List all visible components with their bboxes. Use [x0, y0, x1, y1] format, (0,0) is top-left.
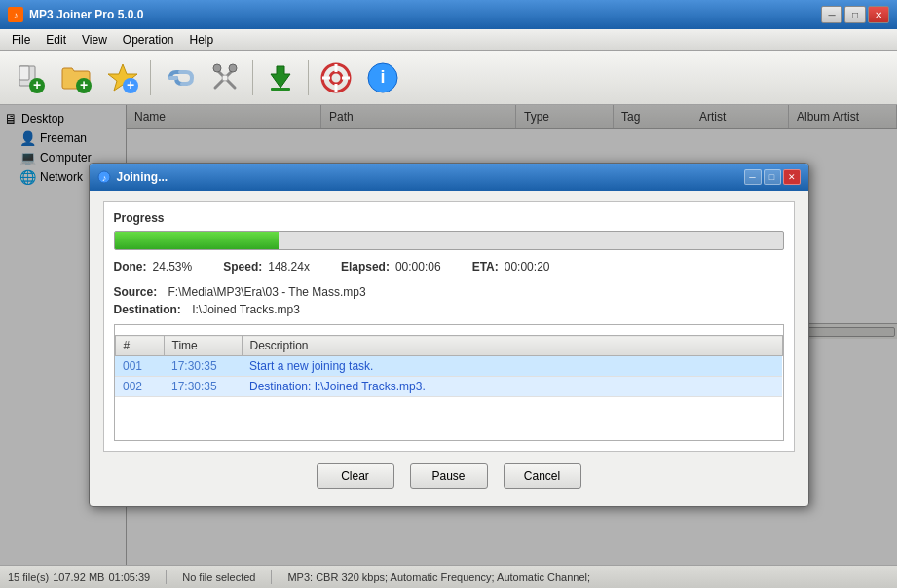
progress-bar-container — [114, 231, 784, 250]
log-time-2: 17:30:35 — [164, 377, 242, 397]
progress-label: Progress — [114, 211, 784, 225]
add-folder-button[interactable]: + — [55, 56, 97, 99]
app-icon: ♪ — [8, 7, 23, 22]
toolbar-separator-3 — [308, 60, 309, 95]
progress-bar-fill — [115, 232, 279, 249]
stat-done: Done: 24.53% — [114, 260, 193, 274]
main-area: 🖥 Desktop 👤 Freeman 💻 Computer 🌐 Network… — [0, 105, 897, 565]
menu-operation[interactable]: Operation — [115, 31, 182, 49]
dialog-buttons: Clear Pause Cancel — [103, 452, 795, 496]
log-col-num: # — [115, 336, 164, 356]
add-files-button[interactable]: + — [8, 56, 51, 99]
log-row[interactable]: 002 17:30:35 Destination: I:\Joined Trac… — [115, 377, 782, 397]
status-bar: 15 file(s) 107.92 MB 01:05:39 No file se… — [0, 565, 897, 588]
svg-point-13 — [222, 75, 228, 81]
elapsed-label: Elapsed: — [341, 260, 390, 274]
dialog-icon: ♪ — [97, 170, 111, 184]
joining-dialog: ♪ Joining... ─ □ ✕ Progress — [89, 163, 809, 507]
modal-overlay: ♪ Joining... ─ □ ✕ Progress — [0, 105, 897, 565]
elapsed-value: 00:00:06 — [395, 260, 441, 274]
svg-rect-15 — [271, 88, 290, 91]
files-duration: 01:05:39 — [108, 571, 150, 583]
download-button[interactable] — [259, 56, 302, 99]
files-size: 107.92 MB — [53, 571, 104, 583]
eta-label: ETA: — [472, 260, 499, 274]
pause-button[interactable]: Pause — [410, 463, 488, 489]
log-row[interactable]: 001 17:30:35 Start a new joining task. — [115, 356, 782, 377]
dialog-content-panel: Progress Done: 24.53% Speed: — [103, 201, 795, 452]
files-count: 15 file(s) — [8, 571, 49, 583]
log-desc-1: Start a new joining task. — [242, 356, 782, 377]
log-desc-2: Destination: I:\Joined Tracks.mp3. — [242, 377, 782, 397]
dest-path-row: Destination: I:\Joined Tracks.mp3 — [114, 303, 784, 316]
svg-rect-1 — [19, 66, 29, 80]
add-star-button[interactable]: + — [101, 56, 144, 99]
stat-speed: Speed: 148.24x — [223, 260, 310, 274]
maximize-button[interactable]: □ — [844, 6, 866, 23]
log-col-time: Time — [164, 336, 242, 356]
status-separator-2 — [271, 570, 272, 584]
svg-text:+: + — [127, 77, 134, 92]
toolbar-separator-2 — [252, 60, 253, 95]
source-path: F:\Media\MP3\Era\03 - The Mass.mp3 — [168, 285, 366, 299]
log-num-2: 002 — [115, 377, 164, 397]
log-container: # Time Description 001 17:30:35 — [114, 324, 784, 441]
status-separator-1 — [166, 570, 167, 584]
app-title: MP3 Joiner Pro 5.0.0 — [29, 8, 143, 21]
status-audio-info: MP3: CBR 320 kbps; Automatic Frequency; … — [287, 571, 590, 583]
log-time-1: 17:30:35 — [164, 356, 242, 377]
dialog-close-button[interactable]: ✕ — [783, 169, 801, 185]
toolbar: + + + — [0, 51, 897, 105]
svg-text:+: + — [80, 77, 88, 92]
close-button[interactable]: ✕ — [868, 6, 889, 23]
dialog-body: Progress Done: 24.53% Speed: — [90, 191, 808, 506]
svg-marker-14 — [271, 66, 290, 88]
menu-file[interactable]: File — [4, 31, 38, 49]
svg-point-17 — [330, 72, 342, 84]
tools-button[interactable] — [204, 56, 246, 99]
minimize-button[interactable]: ─ — [821, 6, 842, 23]
speed-label: Speed: — [223, 260, 262, 274]
menu-help[interactable]: Help — [182, 31, 222, 49]
svg-text:+: + — [33, 77, 41, 92]
dest-path: I:\Joined Tracks.mp3 — [192, 303, 300, 316]
toolbar-separator-1 — [150, 60, 151, 95]
done-value: 24.53% — [153, 260, 193, 274]
done-label: Done: — [114, 260, 147, 274]
log-num-1: 001 — [115, 356, 164, 377]
title-bar: ♪ MP3 Joiner Pro 5.0.0 ─ □ ✕ — [0, 0, 897, 29]
progress-stats: Done: 24.53% Speed: 148.24x Elapsed: 00:… — [114, 260, 784, 274]
stat-eta: ETA: 00:00:20 — [472, 260, 550, 274]
svg-text:i: i — [380, 67, 385, 87]
svg-point-11 — [213, 64, 221, 72]
source-label: Source: — [114, 285, 158, 299]
log-col-desc: Description — [242, 336, 782, 356]
dialog-maximize-button[interactable]: □ — [764, 169, 781, 185]
clear-button[interactable]: Clear — [317, 463, 394, 489]
svg-point-12 — [229, 64, 237, 72]
speed-value: 148.24x — [268, 260, 310, 274]
dialog-title: Joining... — [117, 170, 168, 184]
dest-label: Destination: — [114, 303, 181, 316]
help-button[interactable] — [315, 56, 357, 99]
eta-value: 00:00:20 — [505, 260, 550, 274]
status-files: 15 file(s) 107.92 MB 01:05:39 — [8, 571, 150, 583]
dialog-title-bar: ♪ Joining... ─ □ ✕ — [90, 164, 808, 191]
link-button[interactable] — [157, 56, 200, 99]
status-selection: No file selected — [182, 571, 255, 583]
menu-edit[interactable]: Edit — [38, 31, 74, 49]
menu-bar: File Edit View Operation Help — [0, 29, 897, 51]
stat-elapsed: Elapsed: 00:00:06 — [341, 260, 441, 274]
dialog-minimize-button[interactable]: ─ — [744, 169, 762, 185]
cancel-button[interactable]: Cancel — [504, 463, 581, 489]
source-path-row: Source: F:\Media\MP3\Era\03 - The Mass.m… — [114, 285, 784, 299]
menu-view[interactable]: View — [74, 31, 115, 49]
info-button[interactable]: i — [361, 56, 404, 99]
log-table: # Time Description 001 17:30:35 — [115, 335, 783, 397]
svg-text:♪: ♪ — [101, 173, 106, 183]
